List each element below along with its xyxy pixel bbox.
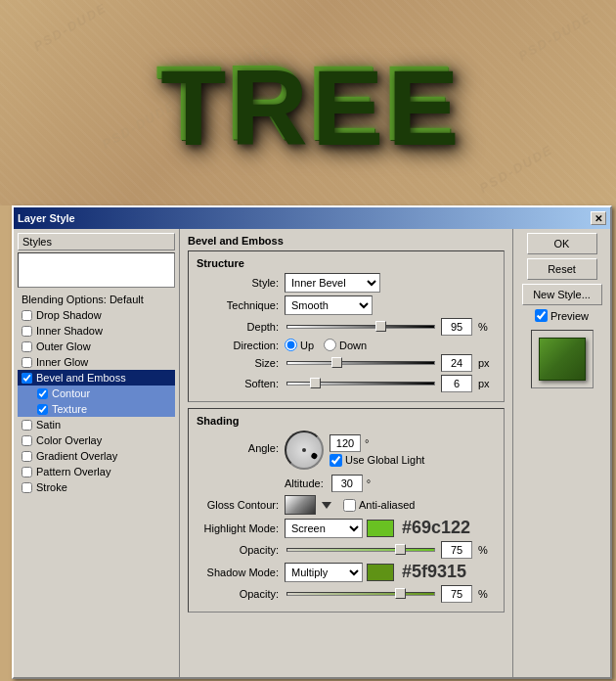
reset-button[interactable]: Reset [527, 258, 597, 280]
direction-label: Direction: [197, 340, 285, 351]
highlight-opacity-row: Opacity: % [197, 541, 496, 559]
soften-slider-thumb[interactable] [310, 378, 321, 388]
texture-checkbox[interactable] [37, 404, 48, 415]
left-panel: Styles Blending Options: Default Drop Sh… [14, 229, 180, 677]
soften-unit: px [478, 378, 496, 389]
highlight-opacity-slider[interactable] [286, 548, 435, 552]
highlight-opacity-input[interactable] [441, 541, 472, 559]
anti-aliased-checkbox[interactable] [343, 499, 356, 512]
blending-options-item[interactable]: Blending Options: Default [18, 292, 175, 307]
technique-select[interactable]: Smooth Chisel Hard Chisel Soft [285, 295, 373, 315]
size-slider-track[interactable] [286, 361, 435, 365]
tree-preview-text: TREE [156, 41, 459, 165]
angle-widget[interactable] [285, 431, 324, 470]
preview-checkbox[interactable] [535, 309, 548, 322]
direction-up-radio[interactable] [285, 339, 297, 351]
shadow-mode-select[interactable]: Multiply Normal Screen [285, 563, 363, 582]
gradient-overlay-item[interactable]: Gradient Overlay [18, 448, 175, 464]
shadow-mode-row: Shadow Mode: Multiply Normal Screen #5f9… [197, 562, 496, 582]
direction-row: Direction: Up Down [197, 339, 496, 351]
inner-shadow-item[interactable]: Inner Shadow [18, 323, 175, 339]
style-row: Style: Inner Bevel Outer Bevel Emboss Pi… [197, 273, 496, 293]
styles-box[interactable] [18, 252, 175, 288]
direction-down-radio[interactable] [324, 339, 336, 351]
depth-slider-thumb[interactable] [375, 321, 386, 332]
preview-label[interactable]: Preview [535, 309, 589, 322]
size-slider-thumb[interactable] [331, 357, 342, 368]
dialog-title: Layer Style [18, 212, 75, 224]
gloss-contour-arrow[interactable] [322, 502, 331, 509]
direction-up-label[interactable]: Up [285, 339, 314, 351]
color-overlay-checkbox[interactable] [22, 435, 32, 446]
contour-item[interactable]: Contour [18, 386, 175, 401]
depth-input[interactable] [441, 318, 472, 336]
color-overlay-item[interactable]: Color Overlay [18, 432, 175, 448]
new-style-button[interactable]: New Style... [522, 284, 602, 305]
inner-shadow-checkbox[interactable] [22, 326, 32, 337]
texture-item[interactable]: Texture [18, 401, 175, 417]
angle-dot [310, 452, 318, 460]
preview-thumb [531, 330, 594, 388]
shading-section: Shading Angle: [188, 408, 505, 613]
drop-shadow-checkbox[interactable] [22, 310, 32, 321]
inner-glow-item[interactable]: Inner Glow [18, 354, 175, 370]
inner-glow-checkbox[interactable] [22, 357, 32, 368]
angle-label: Angle: [197, 431, 285, 454]
pattern-overlay-item[interactable]: Pattern Overlay [18, 464, 175, 479]
gloss-contour-label: Gloss Contour: [197, 499, 285, 511]
stroke-item[interactable]: Stroke [18, 479, 175, 495]
watermark-1: PSD-DUDE [31, 0, 110, 54]
satin-item[interactable]: Satin [18, 417, 175, 432]
angle-input[interactable] [330, 434, 361, 452]
soften-slider-track[interactable] [286, 382, 435, 386]
size-input[interactable] [441, 354, 472, 372]
close-button[interactable]: ✕ [591, 211, 606, 225]
outer-glow-item[interactable]: Outer Glow [18, 339, 175, 354]
highlight-mode-select[interactable]: Screen Normal Multiply [285, 519, 363, 538]
altitude-label: Altitude: [285, 477, 324, 489]
highlight-opacity-label: Opacity: [197, 544, 285, 556]
shadow-opacity-label: Opacity: [197, 588, 285, 600]
style-select[interactable]: Inner Bevel Outer Bevel Emboss Pillow Em… [285, 273, 380, 293]
soften-input[interactable] [441, 375, 472, 392]
use-global-light-checkbox[interactable] [330, 454, 342, 467]
depth-label: Depth: [197, 321, 285, 333]
shadow-opacity-slider[interactable] [286, 592, 435, 596]
pattern-overlay-checkbox[interactable] [22, 467, 32, 477]
structure-title: Structure [197, 257, 496, 269]
bevel-emboss-checkbox[interactable] [22, 373, 32, 384]
watermark-5: PSD-DUDE [477, 142, 555, 196]
stroke-checkbox[interactable] [22, 482, 32, 493]
contour-checkbox[interactable] [37, 388, 48, 399]
shading-title: Shading [197, 415, 496, 427]
bevel-emboss-item[interactable]: Bevel and Emboss [18, 370, 175, 386]
technique-row: Technique: Smooth Chisel Hard Chisel Sof… [197, 295, 496, 315]
altitude-unit: ° [367, 477, 371, 489]
shadow-color-box[interactable] [367, 564, 394, 581]
shadow-opacity-thumb[interactable] [395, 588, 406, 599]
angle-center [302, 448, 306, 452]
styles-header: Styles [18, 233, 175, 250]
direction-down-label[interactable]: Down [324, 339, 367, 351]
altitude-input[interactable] [331, 475, 363, 492]
highlight-opacity-thumb[interactable] [395, 544, 406, 555]
satin-checkbox[interactable] [22, 420, 32, 431]
gloss-contour-row: Gloss Contour: Anti-aliased [197, 495, 496, 515]
dialog-body: Styles Blending Options: Default Drop Sh… [14, 229, 610, 677]
gloss-contour-preview[interactable] [285, 495, 316, 515]
soften-row: Soften: px [197, 375, 496, 392]
structure-section: Structure Style: Inner Bevel Outer Bevel… [188, 250, 505, 402]
gradient-overlay-checkbox[interactable] [22, 451, 32, 462]
anti-aliased-label[interactable]: Anti-aliased [343, 499, 415, 512]
outer-glow-checkbox[interactable] [22, 341, 32, 352]
highlight-opacity-unit: % [478, 544, 496, 556]
preview-thumb-inner [539, 338, 586, 381]
highlight-color-box[interactable] [367, 520, 394, 537]
size-row: Size: px [197, 354, 496, 372]
depth-slider-track[interactable] [286, 325, 435, 329]
drop-shadow-item[interactable]: Drop Shadow [18, 307, 175, 323]
ok-button[interactable]: OK [527, 233, 597, 254]
shadow-hex-label: #5f9315 [402, 562, 466, 582]
shadow-opacity-input[interactable] [441, 585, 472, 603]
use-global-light-label[interactable]: Use Global Light [330, 454, 424, 467]
